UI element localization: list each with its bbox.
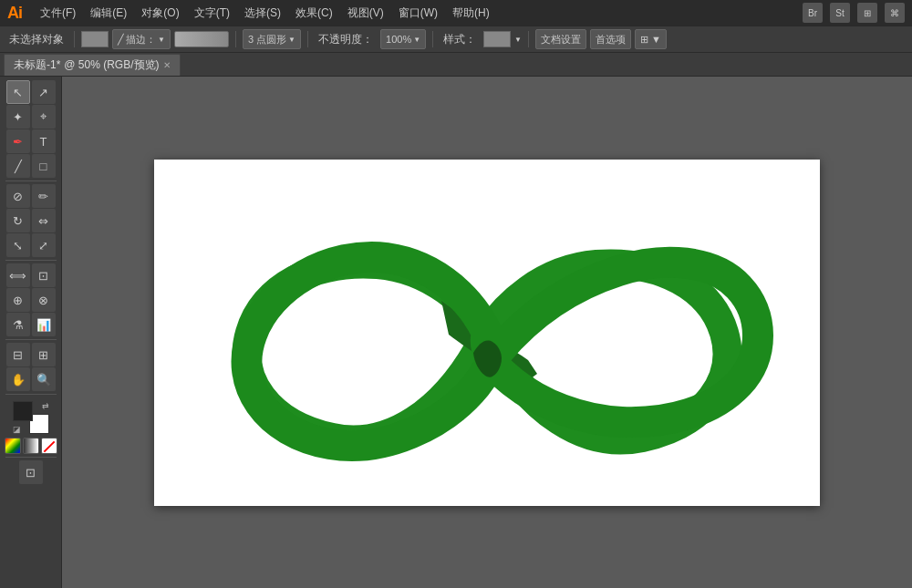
toolbar-sep-5 xyxy=(528,31,529,47)
style-color-box[interactable] xyxy=(483,31,511,47)
tab-name: 未标题-1* xyxy=(14,57,60,73)
menu-help[interactable]: 帮助(H) xyxy=(445,0,497,26)
style-label: 样式： xyxy=(440,32,480,47)
scale-tool[interactable]: ⤡ xyxy=(6,233,30,257)
toolbar-sep-2 xyxy=(235,31,236,47)
point-type-label: 3 点圆形 xyxy=(248,33,286,46)
tool-row-11: ⊟ ⊞ xyxy=(6,343,56,366)
tool-row-12: ✋ 🔍 xyxy=(6,367,56,391)
pencil-tool[interactable]: ✏ xyxy=(32,184,56,208)
title-bar: Ai 文件(F) 编辑(E) 对象(O) 文字(T) 选择(S) 效果(C) 视… xyxy=(0,0,912,26)
pen-tool[interactable]: ✒ xyxy=(6,129,30,153)
artboard-tool[interactable]: ⊟ xyxy=(6,343,30,366)
point-arrow: ▼ xyxy=(288,36,295,44)
none-btn[interactable] xyxy=(41,438,57,454)
stroke-color-box[interactable] xyxy=(81,31,109,47)
preferences-btn[interactable]: 首选项 xyxy=(590,29,631,49)
reflect-tool[interactable]: ⇔ xyxy=(32,209,56,232)
tool-row-7: ⤡ ⤢ xyxy=(6,233,56,257)
stroke-dropdown[interactable]: ╱ 描边： ▼ xyxy=(112,29,171,49)
paintbrush-tool[interactable]: ⊘ xyxy=(6,184,30,208)
arrange-icon[interactable]: ⌘ xyxy=(885,3,905,23)
tool-sep-3 xyxy=(5,339,57,340)
tool-row-screens: ⊡ xyxy=(19,460,43,484)
title-right-icons: Br St ⊞ ⌘ xyxy=(803,3,905,23)
free-transform-tool[interactable]: ⊡ xyxy=(32,263,56,287)
shape-builder-tool[interactable]: ⊕ xyxy=(6,288,30,312)
lasso-tool[interactable]: ⌖ xyxy=(32,105,56,129)
menu-select[interactable]: 选择(S) xyxy=(237,0,288,26)
arrange-btn[interactable]: ⊞ ▼ xyxy=(635,29,667,49)
artboard xyxy=(154,160,820,506)
screen-mode-btn[interactable]: ⊡ xyxy=(19,460,43,484)
extra-colors xyxy=(5,438,57,454)
graph-tool[interactable]: 📊 xyxy=(32,313,56,336)
fg-bg-colors: ⇄ ◪ xyxy=(13,401,49,434)
tool-row-2: ✦ ⌖ xyxy=(6,105,56,129)
canvas-area[interactable] xyxy=(62,77,912,588)
text-tool[interactable]: T xyxy=(32,129,56,153)
width-tool[interactable]: ⟺ xyxy=(6,263,30,287)
tab-info: @ 50% (RGB/预览) xyxy=(64,57,159,73)
tool-sep-2 xyxy=(5,260,57,261)
live-paint-tool[interactable]: ⊗ xyxy=(32,288,56,312)
stroke-preview xyxy=(174,31,229,47)
bridge-icon[interactable]: Br xyxy=(803,3,823,23)
opacity-label: 不透明度： xyxy=(315,32,377,47)
selection-tool[interactable]: ↖ xyxy=(6,80,30,104)
line-tool[interactable]: ╱ xyxy=(6,154,30,178)
stroke-label: 描边： xyxy=(126,33,156,46)
magic-wand-tool[interactable]: ✦ xyxy=(6,105,30,129)
doc-settings-btn[interactable]: 文档设置 xyxy=(535,29,586,49)
foreground-color-swatch[interactable] xyxy=(13,401,33,421)
tool-sep-5 xyxy=(5,457,57,458)
tab-close-btn[interactable]: ✕ xyxy=(163,60,171,70)
zoom-tool[interactable]: 🔍 xyxy=(32,367,56,391)
toolbar: 未选择对象 ╱ 描边： ▼ 3 点圆形 ▼ 不透明度： 100% ▼ 样式： ▼… xyxy=(0,26,912,53)
eyedropper-tool[interactable]: ⚗ xyxy=(6,313,30,336)
menu-edit[interactable]: 编辑(E) xyxy=(83,0,134,26)
menu-window[interactable]: 窗口(W) xyxy=(391,0,445,26)
menu-file[interactable]: 文件(F) xyxy=(33,0,83,26)
menu-object[interactable]: 对象(O) xyxy=(134,0,186,26)
tool-row-10: ⚗ 📊 xyxy=(6,313,56,336)
tool-row-1: ↖ ↗ xyxy=(6,80,56,104)
rotate-tool[interactable]: ↻ xyxy=(6,209,30,232)
color-btn[interactable] xyxy=(5,438,21,454)
default-colors-icon[interactable]: ◪ xyxy=(13,425,21,434)
tool-row-9: ⊕ ⊗ xyxy=(6,288,56,312)
rectangle-tool[interactable]: □ xyxy=(32,154,56,178)
document-tab[interactable]: 未标题-1* @ 50% (RGB/预览) ✕ xyxy=(4,54,181,76)
opacity-value: 100% xyxy=(386,34,411,45)
point-type-dropdown[interactable]: 3 点圆形 ▼ xyxy=(243,29,301,49)
toolbar-sep-4 xyxy=(432,31,433,47)
tool-row-8: ⟺ ⊡ xyxy=(6,263,56,287)
toolbar-sep-1 xyxy=(74,31,75,47)
stock-icon[interactable]: St xyxy=(830,3,850,23)
tool-sep-4 xyxy=(5,394,57,395)
style-arrow: ▼ xyxy=(514,36,522,44)
tool-row-5: ⊘ ✏ xyxy=(6,184,56,208)
gradient-btn[interactable] xyxy=(23,438,39,454)
direct-selection-tool[interactable]: ↗ xyxy=(32,80,56,104)
menu-effect[interactable]: 效果(C) xyxy=(288,0,340,26)
tool-row-3: ✒ T xyxy=(6,129,56,153)
menu-view[interactable]: 视图(V) xyxy=(340,0,391,26)
color-section: ⇄ ◪ xyxy=(5,401,57,454)
toolbox: ↖ ↗ ✦ ⌖ ✒ T ╱ □ ⊘ ✏ ↻ ⇔ ⤡ ⤢ ⟺ xyxy=(0,77,62,588)
hand-tool[interactable]: ✋ xyxy=(6,367,30,391)
menu-text[interactable]: 文字(T) xyxy=(187,0,237,26)
swap-colors-icon[interactable]: ⇄ xyxy=(42,401,49,410)
tool-row-6: ↻ ⇔ xyxy=(6,209,56,232)
no-selection-label: 未选择对象 xyxy=(5,32,67,47)
stroke-arrow: ▼ xyxy=(158,36,165,44)
grid-icon[interactable]: ⊞ xyxy=(857,3,877,23)
tool-sep-1 xyxy=(5,181,57,181)
toolbar-sep-3 xyxy=(307,31,308,47)
slice-tool[interactable]: ⊞ xyxy=(32,343,56,366)
opacity-dropdown[interactable]: 100% ▼ xyxy=(380,29,426,49)
infinity-symbol xyxy=(195,196,779,469)
tab-bar: 未标题-1* @ 50% (RGB/预览) ✕ xyxy=(0,53,912,77)
warp-tool[interactable]: ⤢ xyxy=(32,233,56,257)
main-area: ↖ ↗ ✦ ⌖ ✒ T ╱ □ ⊘ ✏ ↻ ⇔ ⤡ ⤢ ⟺ xyxy=(0,77,912,588)
